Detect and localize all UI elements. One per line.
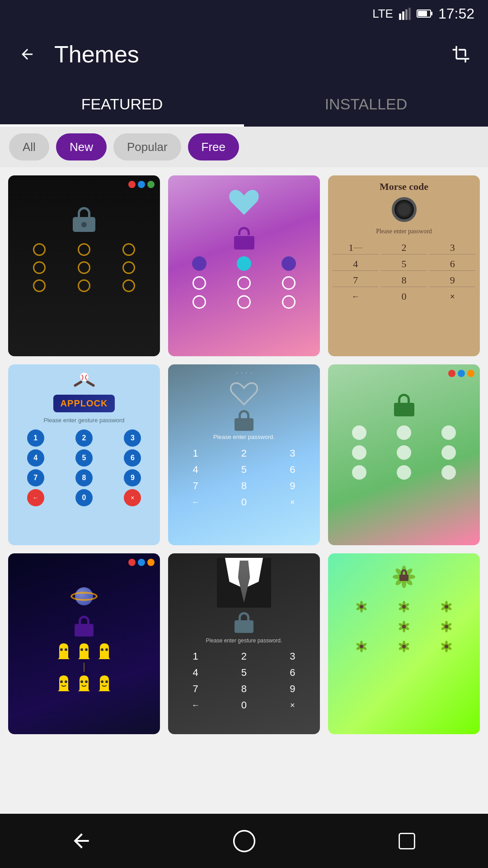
numpad-key-6[interactable]: 6 bbox=[270, 666, 315, 679]
sub-tab-popular[interactable]: Popular bbox=[113, 133, 181, 160]
pip-red bbox=[128, 181, 136, 188]
sub-tab-all[interactable]: All bbox=[9, 133, 49, 160]
password-hint: Please enter gesture password bbox=[43, 417, 124, 424]
password-hint: Please enter password. bbox=[213, 434, 275, 440]
numpad-key-2[interactable]: 2 bbox=[221, 447, 267, 460]
planet-decoration bbox=[70, 583, 98, 610]
numpad-key-5[interactable]: 5 bbox=[381, 257, 427, 271]
gesture-dot bbox=[33, 279, 46, 292]
numpad-circle-7[interactable]: 7 bbox=[27, 469, 44, 486]
numpad-key-9[interactable]: 9 bbox=[430, 274, 475, 287]
theme-card-vintage[interactable]: Morse code Please enter password 1 —— 2 … bbox=[328, 175, 480, 356]
svg-rect-30 bbox=[399, 575, 408, 581]
gesture-dot bbox=[192, 256, 206, 271]
gesture-dot bbox=[237, 256, 251, 271]
numpad-key-4[interactable]: 4 bbox=[173, 666, 218, 679]
theme-card-green-mandala[interactable] bbox=[328, 553, 480, 734]
back-button[interactable] bbox=[14, 41, 41, 68]
tab-installed[interactable]: INSTALLED bbox=[244, 81, 488, 127]
numpad-key-1[interactable]: 1 bbox=[173, 447, 218, 460]
pip-blue bbox=[138, 181, 145, 188]
numpad-key-1[interactable]: 1 bbox=[173, 650, 218, 663]
numpad-key-3[interactable]: 3 bbox=[270, 650, 315, 663]
numpad-key-back[interactable]: ← bbox=[333, 290, 378, 303]
password-hint: Please enter gesture password. bbox=[206, 637, 282, 644]
numpad-key-9[interactable]: 9 bbox=[270, 479, 315, 493]
numpad-key-3[interactable]: 3 bbox=[270, 447, 315, 460]
numpad-key-2[interactable]: 2 bbox=[381, 241, 427, 255]
numpad-key-6[interactable]: 6 bbox=[430, 257, 475, 271]
bottom-navigation bbox=[0, 814, 488, 868]
theme-card-baseball[interactable]: APPLOCK Please enter gesture password 1 … bbox=[8, 364, 160, 545]
theme-card-suit[interactable]: Please enter gesture password. 1 2 3 4 5… bbox=[168, 553, 320, 734]
svg-rect-88 bbox=[399, 833, 414, 849]
numpad-key-0[interactable]: 0 bbox=[221, 495, 267, 509]
numpad-key-del[interactable]: × bbox=[270, 698, 315, 712]
svg-point-16 bbox=[60, 680, 63, 683]
nav-recent-button[interactable] bbox=[389, 823, 425, 859]
numpad-key-4[interactable]: 4 bbox=[173, 463, 218, 476]
numpad-key-3[interactable]: 3 bbox=[430, 241, 475, 255]
numpad-key-5[interactable]: 5 bbox=[221, 463, 267, 476]
theme-card-dark-gold[interactable] bbox=[8, 175, 160, 356]
nav-back-button[interactable] bbox=[63, 823, 99, 859]
gesture-dot bbox=[192, 295, 206, 309]
pip-green bbox=[147, 181, 155, 188]
numpad-key-4[interactable]: 4 bbox=[333, 257, 378, 271]
gesture-dot bbox=[282, 256, 296, 271]
numpad-circle-del[interactable]: × bbox=[124, 489, 141, 506]
theme-card-purple-heart[interactable] bbox=[168, 175, 320, 356]
numpad-key-back[interactable]: ← bbox=[173, 495, 218, 509]
numpad-circle-4[interactable]: 4 bbox=[27, 449, 44, 467]
numpad-key-5[interactable]: 5 bbox=[221, 666, 267, 679]
svg-point-86 bbox=[445, 645, 448, 648]
numpad-circle-1[interactable]: 1 bbox=[27, 429, 44, 447]
svg-point-87 bbox=[234, 830, 254, 851]
numpad-circle-9[interactable]: 9 bbox=[124, 469, 141, 486]
numpad-key-8[interactable]: 8 bbox=[221, 682, 267, 696]
theme-grid: Morse code Please enter password 1 —— 2 … bbox=[0, 167, 488, 742]
svg-point-17 bbox=[65, 680, 67, 683]
numpad-key-back[interactable]: ← bbox=[173, 698, 218, 712]
status-icons: LTE 17:52 bbox=[372, 5, 474, 22]
petal-grid bbox=[343, 600, 465, 653]
bubble-dot bbox=[441, 425, 456, 440]
numpad-key-8[interactable]: 8 bbox=[221, 479, 267, 493]
theme-card-rainy-heart[interactable]: · · · · Please enter password. 1 2 3 4 5 bbox=[168, 364, 320, 545]
numpad-key-7[interactable]: 7 bbox=[173, 682, 218, 696]
svg-point-18 bbox=[80, 680, 83, 683]
numpad-circle-back[interactable]: ← bbox=[27, 489, 44, 506]
numpad-key-0[interactable]: 0 bbox=[221, 698, 267, 712]
svg-rect-3 bbox=[408, 8, 411, 20]
numpad-key-7[interactable]: 7 bbox=[333, 274, 378, 287]
numpad-circle-2[interactable]: 2 bbox=[75, 429, 93, 447]
numpad-circle-5[interactable]: 5 bbox=[75, 449, 93, 467]
numpad-key-del[interactable]: × bbox=[430, 290, 475, 303]
numpad-key-8[interactable]: 8 bbox=[381, 274, 427, 287]
bubble-dot bbox=[352, 445, 366, 460]
pip-blue bbox=[458, 370, 465, 377]
theme-card-green-bubbles[interactable] bbox=[328, 364, 480, 545]
nav-home-button[interactable] bbox=[226, 823, 262, 859]
svg-point-72 bbox=[360, 645, 363, 648]
numpad-key-1[interactable]: 1 —— bbox=[333, 241, 378, 255]
numpad-circle-3[interactable]: 3 bbox=[124, 429, 141, 447]
numpad-key-2[interactable]: 2 bbox=[221, 650, 267, 663]
numpad-key-0[interactable]: 0 bbox=[381, 290, 427, 303]
numpad-circle-0[interactable]: 0 bbox=[75, 489, 93, 506]
svg-rect-9 bbox=[85, 380, 95, 387]
numpad-key-7[interactable]: 7 bbox=[173, 479, 218, 493]
numpad-key-del[interactable]: × bbox=[270, 495, 315, 509]
sub-tab-new[interactable]: New bbox=[56, 133, 107, 160]
numpad-key-6[interactable]: 6 bbox=[270, 463, 315, 476]
app-header: Themes bbox=[0, 27, 488, 81]
crop-button[interactable] bbox=[447, 41, 474, 68]
svg-point-44 bbox=[402, 605, 406, 609]
tab-featured[interactable]: FEATURED bbox=[0, 81, 244, 127]
theme-card-space-ghost[interactable] bbox=[8, 553, 160, 734]
numpad-key-9[interactable]: 9 bbox=[270, 682, 315, 696]
sub-tab-free[interactable]: Free bbox=[188, 133, 239, 160]
numpad-circle-6[interactable]: 6 bbox=[124, 449, 141, 467]
connector bbox=[84, 663, 84, 672]
numpad-circle-8[interactable]: 8 bbox=[75, 469, 93, 486]
